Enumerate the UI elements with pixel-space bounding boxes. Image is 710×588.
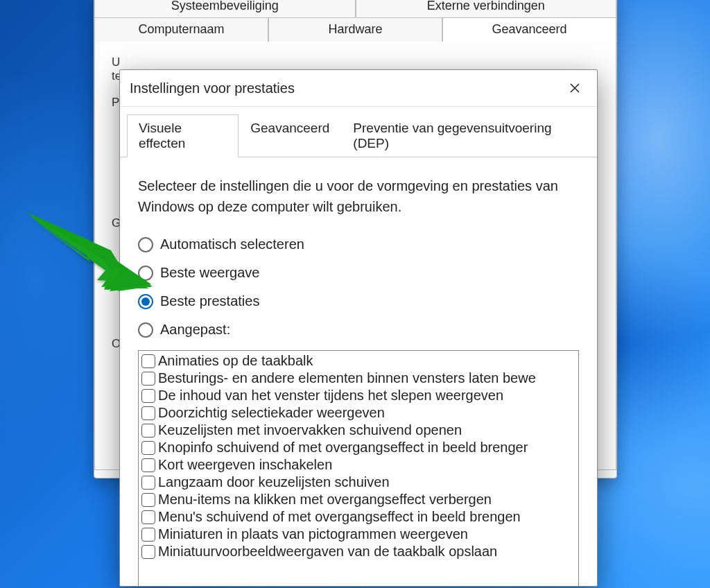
checkbox-icon (141, 441, 155, 455)
check-item[interactable]: Knopinfo schuivend of met overgangseffec… (140, 439, 577, 456)
check-item[interactable]: Menu-items na klikken met overgangseffec… (140, 491, 577, 508)
svg-marker-10 (26, 212, 120, 269)
checkbox-icon (141, 510, 155, 524)
checkbox-icon (141, 493, 155, 507)
dialog-body: Selecteer de instellingen die u voor de … (120, 157, 597, 586)
svg-marker-12 (26, 212, 123, 271)
checkbox-icon (141, 458, 155, 472)
check-label: Kort weergeven inschakelen (158, 457, 332, 473)
close-icon (570, 83, 580, 93)
check-label: Keuzelijsten met invoervakken schuivend … (158, 422, 462, 438)
check-item[interactable]: Menu's schuivend of met overgangseffect … (140, 508, 577, 526)
tab-dep[interactable]: Preventie van gegevensuitvoering (DEP) (341, 114, 590, 157)
effects-checklist[interactable]: Animaties op de taakbalk Besturings- en … (138, 350, 579, 586)
tab-geavanceerd-perf[interactable]: Geavanceerd (239, 114, 341, 157)
check-item[interactable]: Miniatuurvoorbeeldweergaven van de taakb… (140, 543, 577, 560)
checkbox-icon (141, 476, 155, 490)
radio-beste-weergave[interactable]: Beste weergave (138, 265, 579, 281)
dialog-title: Instellingen voor prestaties (130, 80, 561, 96)
check-label: Menu-items na klikken met overgangseffec… (158, 492, 492, 508)
checkbox-icon (141, 372, 155, 386)
checkbox-icon (141, 389, 155, 403)
radio-group: Automatisch selecteren Beste weergave Be… (138, 236, 579, 338)
check-label: Knopinfo schuivend of met overgangseffec… (158, 440, 528, 456)
check-label: Menu's schuivend of met overgangseffect … (158, 509, 521, 525)
check-label: Doorzichtig selectiekader weergeven (158, 405, 385, 421)
check-label: Miniaturen in plaats van pictogrammen we… (158, 526, 468, 542)
intro-text: Selecteer de instellingen die u voor de … (138, 175, 579, 217)
check-label: Miniatuurvoorbeeldweergaven van de taakb… (158, 544, 497, 560)
radio-automatisch-selecteren[interactable]: Automatisch selecteren (138, 236, 579, 252)
tab-systeembeveiliging[interactable]: Systeembeveiliging (94, 0, 356, 17)
back-intro-1: U (112, 55, 120, 69)
check-item[interactable]: Miniaturen in plaats van pictogrammen we… (140, 526, 577, 543)
dialog-titlebar[interactable]: Instellingen voor prestaties (120, 70, 597, 107)
radio-label: Aangepast: (160, 322, 230, 338)
tab-externe-verbindingen[interactable]: Externe verbindingen (356, 0, 617, 17)
close-button[interactable] (561, 77, 589, 99)
performance-options-dialog: Instellingen voor prestaties Visuele eff… (119, 69, 598, 587)
dialog-tabs: Visuele effecten Geavanceerd Preventie v… (120, 107, 597, 157)
checkbox-icon (141, 528, 155, 542)
radio-beste-prestaties[interactable]: Beste prestaties (138, 293, 579, 309)
green-arrow-icon (19, 205, 151, 299)
tab-computernaam[interactable]: Computernaam (94, 17, 268, 42)
checkbox-icon (141, 406, 155, 420)
check-item[interactable]: De inhoud van het venster tijdens het sl… (140, 387, 577, 404)
radio-aangepast[interactable]: Aangepast: (138, 322, 579, 338)
tab-geavanceerd[interactable]: Geavanceerd (442, 17, 616, 42)
svg-marker-8 (26, 212, 99, 257)
radio-label: Beste weergave (160, 265, 259, 281)
check-item[interactable]: Keuzelijsten met invoervakken schuivend … (140, 422, 577, 439)
check-label: Langzaam door keuzelijsten schuiven (158, 474, 390, 490)
radio-label: Automatisch selecteren (160, 236, 304, 252)
checkbox-icon (141, 545, 155, 559)
check-item[interactable]: Kort weergeven inschakelen (140, 456, 577, 474)
radio-icon (138, 322, 153, 338)
checkbox-icon (141, 424, 155, 438)
check-item[interactable]: Animaties op de taakbalk (140, 352, 577, 370)
tab-hardware[interactable]: Hardware (268, 17, 442, 42)
check-label: Besturings- en andere elementen binnen v… (158, 370, 536, 386)
check-item[interactable]: Besturings- en andere elementen binnen v… (140, 370, 577, 387)
check-label: De inhoud van het venster tijdens het sl… (158, 388, 503, 404)
checkbox-icon (141, 354, 155, 368)
check-item[interactable]: Doorzichtig selectiekader weergeven (140, 404, 577, 422)
check-item[interactable]: Langzaam door keuzelijsten schuiven (140, 474, 577, 491)
check-label: Animaties op de taakbalk (158, 353, 313, 369)
radio-label: Beste prestaties (160, 293, 259, 309)
tab-visuele-effecten[interactable]: Visuele effecten (127, 114, 239, 157)
